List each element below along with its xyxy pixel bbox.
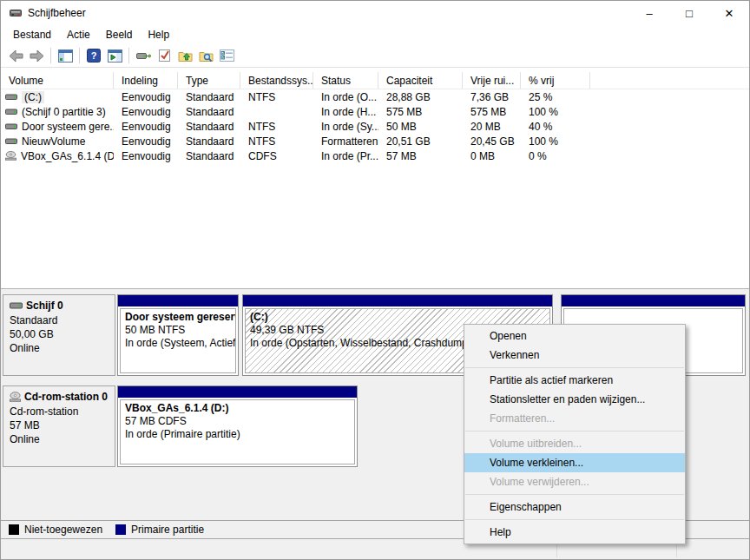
volume-table-body: (C:)EenvoudigStandaardNTFSIn orde (O...2… [1, 89, 749, 163]
table-cell: 50 MB [378, 121, 463, 133]
window-title: Schijfbeheer [28, 7, 629, 19]
table-cell: 57 MB [378, 150, 463, 162]
check-document-icon[interactable] [154, 46, 174, 66]
folder-search-icon[interactable] [195, 46, 216, 66]
partition-name: VBox_GAs_6.1.4 (D:) [125, 402, 350, 415]
volume-name: (C:) [22, 91, 44, 103]
primary-partition-band [118, 386, 357, 398]
table-cell: Standaard [178, 121, 240, 133]
disk-icon [5, 109, 17, 115]
volume-name: (Schijf 0 partitie 3) [22, 106, 106, 118]
column-header[interactable]: % vrij [521, 72, 590, 89]
menu-separator [465, 494, 684, 495]
disk0-size: 50,00 GB [10, 327, 109, 341]
context-menu-item: Volume verwijderen... [464, 472, 685, 491]
partition-vbox-d[interactable]: VBox_GAs_6.1.4 (D:) 57 MB CDFS In orde (… [117, 385, 358, 467]
volume-list-pane: VolumeIndelingTypeBestandssys...StatusCa… [1, 69, 749, 288]
close-button[interactable]: ✕ [709, 1, 749, 25]
column-header[interactable]: Type [178, 72, 240, 89]
cdrom-label-panel[interactable]: Cd-rom-station 0 Cd-rom-station 57 MB On… [3, 385, 115, 467]
rescan-disks-icon[interactable] [133, 46, 154, 66]
unallocated-color-swatch [9, 524, 19, 535]
table-row[interactable]: NieuwVolumeEenvoudigStandaardNTFSFormatt… [1, 134, 749, 148]
forward-icon[interactable] [26, 46, 47, 66]
primary-partition-band [243, 295, 552, 306]
table-cell: Standaard [178, 135, 240, 148]
context-menu-item[interactable]: Partitie als actief markeren [464, 371, 685, 390]
column-header[interactable]: Status [313, 72, 378, 89]
context-menu-item: Formatteren... [464, 409, 685, 428]
primary-partition-band [562, 295, 745, 306]
table-cell: Eenvoudig [114, 135, 178, 148]
window-controls: – □ ✕ [629, 1, 749, 25]
folder-up-icon[interactable] [174, 46, 195, 66]
column-header[interactable]: Capaciteit [378, 72, 463, 89]
menu-help[interactable]: Help [140, 27, 177, 43]
minimize-button[interactable]: – [629, 1, 669, 25]
disk-icon [10, 302, 23, 309]
context-menu-item[interactable]: Stationsletter en paden wijzigen... [464, 390, 685, 409]
toolbar-separator [79, 48, 80, 63]
partition-vbox-d-body: VBox_GAs_6.1.4 (D:) 57 MB CDFS In orde (… [120, 399, 355, 464]
table-cell: 0 MB [463, 150, 521, 162]
app-icon [9, 6, 23, 20]
menu-separator [465, 367, 684, 368]
table-cell: 28,88 GB [378, 91, 463, 103]
column-header[interactable] [590, 72, 749, 89]
table-cell: 20,45 GB [463, 135, 521, 148]
table-row[interactable]: (C:)EenvoudigStandaardNTFSIn orde (O...2… [1, 89, 749, 104]
table-cell: 7,36 GB [463, 91, 521, 103]
table-cell: 20,51 GB [378, 135, 463, 148]
partition-system-reserved[interactable]: Door systeem gereserveerd 50 MB NTFS In … [117, 294, 239, 376]
cdrom-name: Cd-rom-station 0 [24, 391, 108, 403]
maximize-button[interactable]: □ [669, 1, 709, 25]
table-cell: In orde (Sy... [313, 121, 378, 133]
table-cell: 20 MB [463, 121, 521, 133]
menu-bestand[interactable]: Bestand [5, 27, 59, 43]
table-cell: Standaard [178, 106, 240, 118]
context-menu-item[interactable]: Volume verkleinen... [464, 453, 685, 472]
table-row[interactable]: (Schijf 0 partitie 3)EenvoudigStandaardI… [1, 104, 749, 119]
menu-beeld[interactable]: Beeld [98, 27, 141, 43]
table-cell: 575 MB [463, 106, 521, 118]
toolbar-separator [128, 48, 129, 63]
disk0-label-panel[interactable]: Schijf 0 Standaard 50,00 GB Online [3, 294, 115, 376]
column-header[interactable]: Vrije rui... [463, 72, 521, 89]
column-header[interactable]: Volume [1, 72, 114, 89]
table-cell: Eenvoudig [114, 121, 178, 133]
cdrom-type: Cd-rom-station [10, 405, 109, 418]
volume-name: NieuwVolume [22, 135, 85, 148]
table-cell: 25 % [521, 91, 590, 103]
context-menu-item[interactable]: Help [464, 523, 685, 542]
disk0-status: Online [10, 341, 109, 355]
console-tree-icon[interactable] [55, 46, 76, 66]
disk-icon [5, 94, 17, 101]
table-cell: 100 % [521, 135, 590, 148]
column-header[interactable]: Bestandssys... [240, 72, 313, 89]
disk-management-window: Schijfbeheer – □ ✕ Bestand Actie Beeld H… [0, 0, 750, 560]
disk0-name: Schijf 0 [26, 300, 63, 312]
context-menu-item[interactable]: Openen [464, 326, 685, 346]
table-cell: (Schijf 0 partitie 3) [1, 106, 114, 118]
context-menu-item[interactable]: Verkennen [464, 346, 685, 365]
back-icon[interactable] [5, 46, 26, 66]
menu-actie[interactable]: Actie [59, 27, 98, 43]
table-cell: (C:) [1, 91, 114, 103]
table-cell: NTFS [240, 135, 313, 148]
table-row[interactable]: Door systeem gere...EenvoudigStandaardNT… [1, 119, 749, 134]
menu-separator [465, 431, 684, 432]
table-row[interactable]: VBox_GAs_6.1.4 (D:)EenvoudigStandaardCDF… [1, 148, 749, 163]
column-header[interactable]: Indeling [114, 72, 178, 89]
table-cell: NTFS [240, 91, 313, 103]
action-pane-icon[interactable] [104, 46, 125, 66]
partition-size: 50 MB NTFS [125, 324, 231, 337]
help-icon[interactable]: ? [83, 46, 104, 66]
primary-partition-color-swatch [115, 524, 126, 535]
table-cell: 40 % [521, 121, 590, 133]
task-list-icon[interactable] [216, 46, 237, 66]
table-cell: In orde (Pr... [313, 150, 378, 162]
partition-name: Door systeem gereserveerd [125, 311, 231, 324]
table-cell: CDFS [240, 150, 313, 162]
context-menu-item[interactable]: Eigenschappen [464, 497, 685, 517]
legend-item-unallocated: Niet-toegewezen [9, 524, 102, 536]
